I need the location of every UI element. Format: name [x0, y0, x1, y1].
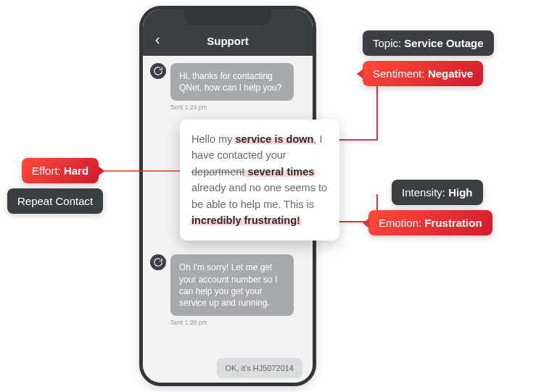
- annotation-label: Intensity:: [402, 186, 448, 199]
- annotation-value: Negative: [428, 67, 474, 80]
- annotation-intensity: Intensity: High: [392, 180, 483, 205]
- annotation-repeat-contact: Repeat Contact: [7, 188, 103, 214]
- agent-message-1: Hi, thanks for contacting QNet, how can …: [150, 63, 305, 101]
- agent-bubble: Oh I'm sorry! Let me get your account nu…: [170, 254, 294, 316]
- phone-notch: [184, 9, 271, 25]
- agent-avatar: [150, 254, 166, 270]
- annotation-value: Frustration: [424, 217, 482, 229]
- annotation-value: Hard: [64, 164, 88, 177]
- annotation-label: Sentiment:: [373, 67, 428, 80]
- annotation-value: High: [448, 186, 472, 199]
- annotation-label: Emotion:: [379, 217, 424, 229]
- annotation-emotion: Emotion: Frustration: [368, 210, 492, 235]
- user-reply-stub: OK, it's HJ5072014: [217, 358, 302, 378]
- highlight-service-down: service is down: [235, 133, 313, 145]
- highlight-several-times: several times: [244, 166, 314, 178]
- annotation-label: Effort:: [32, 164, 64, 177]
- annotation-sentiment: Sentiment: Negative: [363, 61, 483, 86]
- annotation-effort: Effort: Hard: [22, 158, 99, 183]
- annotation-label: Repeat Contact: [17, 195, 93, 207]
- struck-text: department: [191, 166, 244, 178]
- annotation-value: Service Outage: [404, 37, 483, 49]
- highlight-frustrating: incredibly frustrating!: [191, 214, 300, 226]
- timestamp-2: Sent 1:28 pm: [170, 319, 305, 326]
- annotation-topic: Topic: Service Outage: [363, 30, 494, 56]
- user-msg-text: already and no one seems to be able to h…: [191, 182, 327, 209]
- agent-avatar: [150, 63, 166, 79]
- user-msg-text: Hello my: [191, 133, 235, 145]
- timestamp-1: Sent 1:24 pm: [170, 104, 305, 111]
- header-title: Support: [143, 35, 313, 47]
- user-message-card: Hello my service is down, I have contact…: [180, 120, 339, 241]
- agent-message-2: Oh I'm sorry! Let me get your account nu…: [150, 254, 305, 316]
- agent-bubble: Hi, thanks for contacting QNet, how can …: [170, 63, 294, 101]
- annotation-label: Topic:: [373, 37, 404, 49]
